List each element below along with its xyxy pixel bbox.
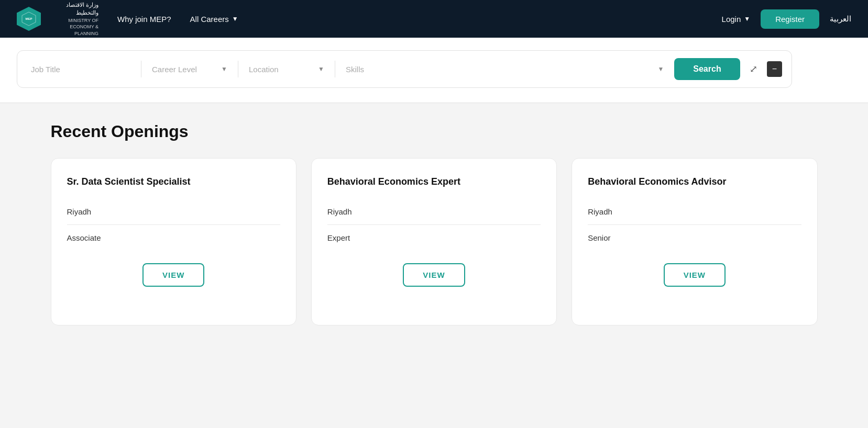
logo: MEP وزارة الاقتصاد والتخطيط MINISTRY OF … xyxy=(17,1,98,37)
job-level: Expert xyxy=(327,233,541,242)
location-chevron-icon: ▼ xyxy=(318,65,324,73)
all-careers-label: All Careers xyxy=(190,15,229,24)
logo-text: وزارة الاقتصاد والتخطيط MINISTRY OF ECON… xyxy=(46,1,98,37)
login-chevron-icon: ▼ xyxy=(744,15,750,22)
divider-1 xyxy=(141,61,141,77)
section-title: Recent Openings xyxy=(51,122,818,141)
job-title-input[interactable] xyxy=(27,65,135,74)
search-section: Career Level ▼ Location ▼ Skills ▼ Searc… xyxy=(0,38,868,103)
view-button[interactable]: VIEW xyxy=(664,263,726,287)
search-bar: Career Level ▼ Location ▼ Skills ▼ Searc… xyxy=(17,50,792,88)
career-level-select[interactable]: Career Level ▼ xyxy=(148,65,232,74)
job-title: Behavioral Economics Expert xyxy=(327,175,541,188)
career-level-chevron-icon: ▼ xyxy=(221,65,227,73)
job-title: Behavioral Economics Advisor xyxy=(588,175,801,188)
why-join-link[interactable]: Why join MEP? xyxy=(117,15,171,24)
expand-icon[interactable]: ⤢ xyxy=(746,60,761,78)
divider-3 xyxy=(335,61,335,77)
job-location: Riyadh xyxy=(327,207,541,216)
login-dropdown[interactable]: Login ▼ xyxy=(722,15,751,24)
navbar: MEP وزارة الاقتصاد والتخطيط MINISTRY OF … xyxy=(0,0,868,38)
minimize-icon[interactable]: − xyxy=(767,61,782,77)
job-title: Sr. Data Scientist Specialist xyxy=(67,175,280,188)
skills-select[interactable]: Skills ▼ xyxy=(342,65,668,74)
job-card: Sr. Data Scientist Specialist Riyadh Ass… xyxy=(51,158,296,325)
career-level-label: Career Level xyxy=(152,65,217,74)
register-button[interactable]: Register xyxy=(761,9,819,29)
job-location: Riyadh xyxy=(67,207,280,216)
location-label: Location xyxy=(249,65,314,74)
logo-icon: MEP xyxy=(17,7,41,31)
svg-text:MEP: MEP xyxy=(25,17,32,20)
login-label: Login xyxy=(722,15,741,24)
location-select[interactable]: Location ▼ xyxy=(245,65,328,74)
arabic-language-link[interactable]: العربية xyxy=(830,14,851,24)
search-button[interactable]: Search xyxy=(674,58,740,80)
skills-label: Skills xyxy=(346,65,653,74)
job-divider xyxy=(588,224,801,225)
main-content: Recent Openings Sr. Data Scientist Speci… xyxy=(26,103,843,344)
logo-english: MINISTRY OF ECONOMY & PLANNING xyxy=(46,17,98,37)
logo-arabic: وزارة الاقتصاد والتخطيط xyxy=(46,1,98,17)
divider-2 xyxy=(238,61,238,77)
job-divider xyxy=(67,224,280,225)
view-button[interactable]: VIEW xyxy=(403,263,465,287)
job-level: Senior xyxy=(588,233,801,242)
job-card: Behavioral Economics Expert Riyadh Exper… xyxy=(311,158,557,325)
navbar-right: Login ▼ Register العربية xyxy=(722,9,851,29)
job-divider xyxy=(327,224,541,225)
skills-chevron-icon: ▼ xyxy=(657,65,664,73)
job-location: Riyadh xyxy=(588,207,801,216)
navbar-left: MEP وزارة الاقتصاد والتخطيط MINISTRY OF … xyxy=(17,1,238,37)
all-careers-chevron-icon: ▼ xyxy=(232,15,238,22)
job-cards-grid: Sr. Data Scientist Specialist Riyadh Ass… xyxy=(51,158,818,325)
all-careers-dropdown[interactable]: All Careers ▼ xyxy=(190,15,238,24)
job-level: Associate xyxy=(67,233,280,242)
view-button[interactable]: VIEW xyxy=(142,263,204,287)
job-card: Behavioral Economics Advisor Riyadh Seni… xyxy=(572,158,817,325)
